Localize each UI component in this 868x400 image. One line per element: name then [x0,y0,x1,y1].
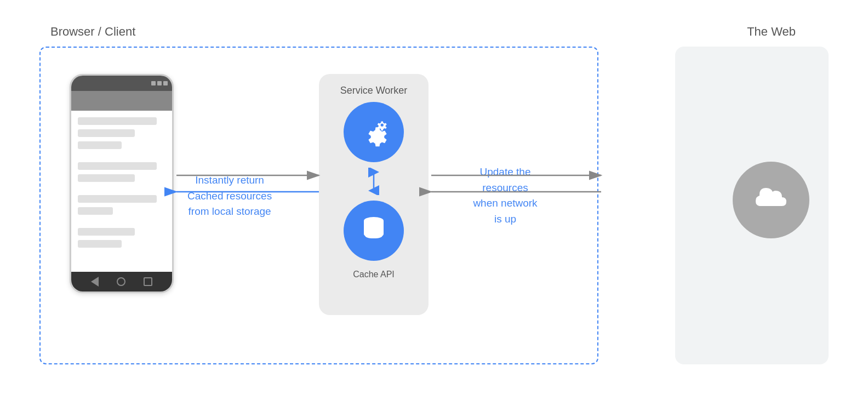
instantly-return-label: Instantly return Cached resources from l… [187,173,272,220]
svg-point-9 [365,226,382,231]
svg-point-8 [365,219,382,225]
phone-content-block [78,117,157,125]
phone-status-bar [71,76,172,91]
vertical-arrow-svg [367,168,380,195]
phone-nav-home [117,277,125,286]
phone-content-block [78,129,135,137]
cloud-circle [733,162,809,238]
phone-content-block [78,195,157,203]
gear-icon [355,113,393,151]
phone-content-block [78,240,122,248]
phone-mockup [70,74,174,293]
update-the-label: Update the resources when network is up [450,164,560,227]
phone-content-block [78,228,135,236]
phone-content-block [78,174,135,182]
database-icon [357,214,390,247]
browser-client-label: Browser / Client [50,25,135,39]
phone-top-bar [71,91,172,111]
cache-api-label: Cache API [353,270,395,279]
phone-status-icons [151,81,168,85]
phone-nav-back [91,277,99,287]
svg-point-10 [365,232,382,238]
vertical-connector-arrow [367,168,380,195]
cloud-icon [752,185,790,215]
web-label: The Web [747,25,796,39]
phone-content [71,111,172,272]
diagram-container: Browser / Client The Web [23,14,845,386]
service-worker-box: Service Worker [319,74,429,315]
phone-bottom-bar [71,272,172,292]
phone-content-block [78,207,113,215]
phone-nav-recent [144,277,152,286]
phone-content-block [78,141,122,149]
cache-api-circle [344,201,404,261]
phone-content-block [78,162,157,170]
service-worker-gear-circle [344,102,404,162]
service-worker-label: Service Worker [340,85,408,96]
